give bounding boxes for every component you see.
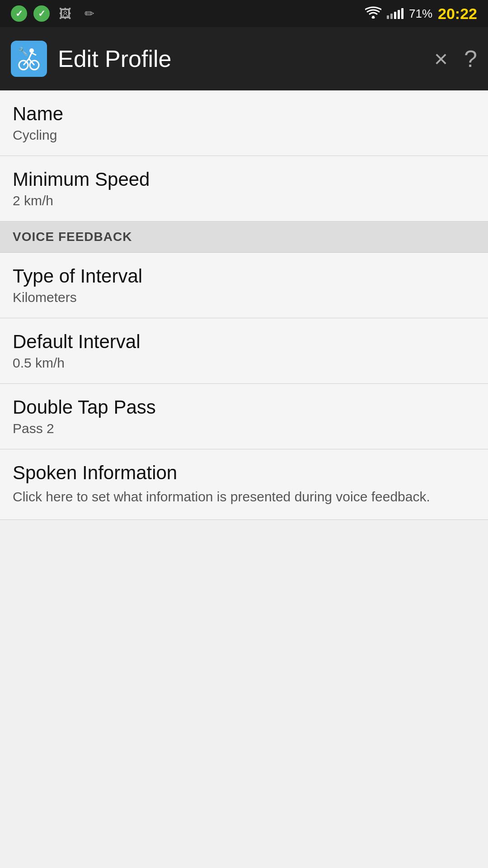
type-of-interval-item[interactable]: Type of Interval Kilometers [0,253,488,318]
app-icon: 🔧 [11,41,47,77]
double-tap-pass-value: Pass 2 [13,421,475,436]
default-interval-value: 0.5 km/h [13,355,475,371]
check-icon-2: ✓ [33,5,50,22]
name-item[interactable]: Name Cycling [0,90,488,156]
svg-point-0 [372,16,375,19]
minimum-speed-title: Minimum Speed [13,169,475,190]
svg-point-3 [29,48,34,53]
svg-line-4 [29,53,32,59]
signal-bars [387,8,404,19]
spoken-information-description: Click here to set what information is pr… [13,486,475,507]
double-tap-pass-item[interactable]: Double Tap Pass Pass 2 [0,384,488,449]
type-of-interval-value: Kilometers [13,290,475,305]
name-title: Name [13,103,475,125]
name-value: Cycling [13,127,475,143]
status-bar: ✓ ✓ 🖼 ✏ 71% 20:22 [0,0,488,27]
type-of-interval-title: Type of Interval [13,265,475,287]
voice-feedback-section-header: VOICE FEEDBACK [0,222,488,253]
battery-text: 71% [409,7,432,21]
default-interval-item[interactable]: Default Interval 0.5 km/h [0,318,488,384]
svg-line-7 [32,53,36,55]
header-title: Edit Profile [58,45,434,72]
image-icon: 🖼 [56,5,74,23]
status-bar-left: ✓ ✓ 🖼 ✏ [11,5,99,23]
svg-text:🔧: 🔧 [18,47,28,57]
minimum-speed-item[interactable]: Minimum Speed 2 km/h [0,156,488,222]
voice-feedback-label: VOICE FEEDBACK [13,230,132,244]
help-button[interactable]: ? [464,47,477,71]
app-header: 🔧 Edit Profile × ? [0,27,488,90]
header-actions: × ? [434,47,477,71]
spoken-information-title: Spoken Information [13,462,475,484]
wifi-icon [365,6,381,22]
double-tap-pass-title: Double Tap Pass [13,396,475,418]
minimum-speed-value: 2 km/h [13,193,475,208]
time-text: 20:22 [438,5,477,23]
check-icon-1: ✓ [11,5,27,22]
pencil-icon: ✏ [80,5,99,23]
spoken-information-item[interactable]: Spoken Information Click here to set wha… [0,449,488,520]
status-bar-right: 71% 20:22 [365,5,477,23]
close-button[interactable]: × [434,47,448,71]
default-interval-title: Default Interval [13,331,475,353]
content: Name Cycling Minimum Speed 2 km/h VOICE … [0,90,488,520]
